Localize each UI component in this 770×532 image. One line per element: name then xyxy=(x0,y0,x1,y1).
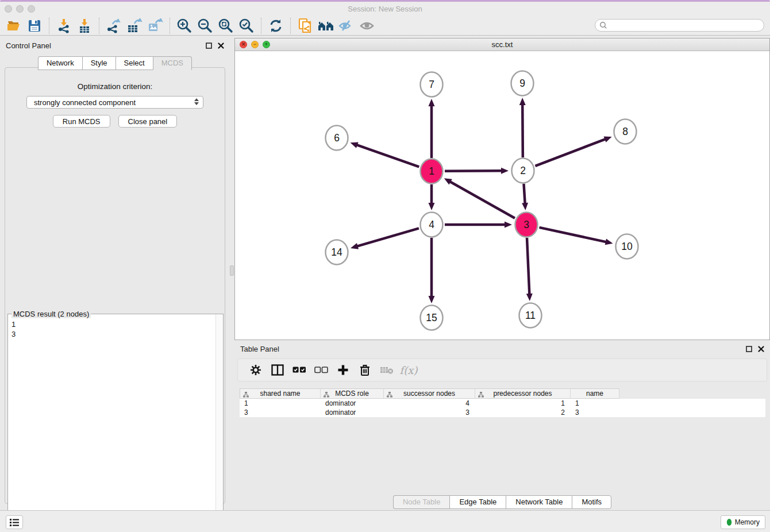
network-close-button[interactable]: ✕ xyxy=(240,41,247,48)
float-panel-button[interactable] xyxy=(206,43,212,49)
tab-style[interactable]: Style xyxy=(82,56,116,70)
mcds-result-list[interactable]: 1 3 xyxy=(8,316,215,529)
export-network-icon xyxy=(106,18,122,33)
node-table: shared nameMCDS rolesuccessor nodesprede… xyxy=(240,388,765,485)
table-cell[interactable]: 1 xyxy=(240,399,321,408)
network-canvas[interactable]: 1234678910111415 xyxy=(235,51,769,340)
export-image-icon xyxy=(147,18,163,33)
refresh-layout-button[interactable] xyxy=(265,17,286,35)
table-settings-button[interactable] xyxy=(245,361,267,379)
hide-selected-button[interactable] xyxy=(336,17,357,35)
table-row[interactable]: 3dominator323 xyxy=(240,408,765,417)
network-zoom-button[interactable]: + xyxy=(263,41,270,48)
zoom-selected-button[interactable] xyxy=(236,17,257,35)
edge-2-8[interactable] xyxy=(535,139,606,166)
node-label-2: 2 xyxy=(520,165,526,176)
table-cell[interactable]: 1 xyxy=(571,399,619,408)
node-label-9: 9 xyxy=(519,78,525,89)
edge-2-3[interactable] xyxy=(523,184,525,204)
table-cell[interactable]: dominator xyxy=(321,408,384,417)
table-cell[interactable]: 2 xyxy=(475,408,571,417)
copy-network-button[interactable] xyxy=(295,17,315,35)
create-column-button[interactable] xyxy=(332,361,354,379)
show-all-button[interactable] xyxy=(357,17,378,35)
close-panel-button[interactable] xyxy=(218,43,224,49)
edge-1-2[interactable] xyxy=(445,171,502,171)
network-minimize-button[interactable]: − xyxy=(251,41,259,48)
column-header-successor-nodes[interactable]: successor nodes xyxy=(384,388,475,399)
network-window-titlebar[interactable]: ✕ − + scc.txt xyxy=(235,38,769,51)
network-graph[interactable]: 1234678910111415 xyxy=(235,51,769,340)
tab-mcds[interactable]: MCDS xyxy=(153,56,192,70)
node-label-3: 3 xyxy=(523,219,529,230)
import-network-button[interactable] xyxy=(53,17,74,35)
export-table-icon xyxy=(126,18,143,33)
save-session-button[interactable] xyxy=(24,17,45,35)
node-label-14: 14 xyxy=(331,246,342,258)
table-cell[interactable]: 3 xyxy=(240,408,321,417)
export-image-button[interactable] xyxy=(145,17,165,35)
export-network-button[interactable] xyxy=(103,17,124,35)
float-table-panel-button[interactable] xyxy=(746,346,752,352)
column-header-MCDS-role[interactable]: MCDS role xyxy=(321,388,384,399)
column-header-label: MCDS role xyxy=(335,390,369,398)
tab-network-table[interactable]: Network Table xyxy=(506,495,572,509)
edge-3-1[interactable] xyxy=(449,182,515,218)
edge-arrow-icon xyxy=(604,136,612,142)
memory-button[interactable]: Memory xyxy=(721,515,765,529)
table-cell[interactable]: 3 xyxy=(571,408,619,417)
column-header-predecessor-nodes[interactable]: predecessor nodes xyxy=(475,388,571,399)
tab-network[interactable]: Network xyxy=(38,56,82,70)
show-column-button[interactable] xyxy=(267,361,288,379)
edge-3-11[interactable] xyxy=(527,238,529,295)
close-panel-button-2[interactable]: Close panel xyxy=(118,115,178,128)
node-label-6: 6 xyxy=(334,132,340,144)
column-header-name[interactable]: name xyxy=(571,388,619,399)
result-scrollbar[interactable] xyxy=(215,314,223,529)
tab-motifs[interactable]: Motifs xyxy=(572,495,611,509)
export-table-button[interactable] xyxy=(124,17,145,35)
optimization-criterion-label: Optimization criterion: xyxy=(5,82,225,91)
import-table-icon xyxy=(77,18,92,33)
tab-node-table[interactable]: Node Table xyxy=(393,495,450,509)
memory-label: Memory xyxy=(735,518,760,526)
delete-table-button-disabled xyxy=(376,361,398,379)
gear-icon xyxy=(250,364,261,376)
app-titlebar: Session: New Session xyxy=(0,2,770,16)
tab-select[interactable]: Select xyxy=(116,56,153,70)
unselect-all-columns-button[interactable] xyxy=(310,361,332,379)
vertical-splitter-handle[interactable] xyxy=(230,265,234,276)
close-table-panel-button[interactable] xyxy=(758,346,764,352)
table-cell[interactable]: 4 xyxy=(384,399,475,408)
search-icon xyxy=(599,21,607,29)
edge-1-6[interactable] xyxy=(356,145,419,167)
edge-arrow-icon xyxy=(526,294,533,301)
zoom-in-button[interactable] xyxy=(174,17,195,35)
task-history-button[interactable] xyxy=(6,515,23,529)
zoom-fit-button[interactable] xyxy=(215,17,236,35)
edge-2-9[interactable] xyxy=(522,104,523,157)
edge-4-14[interactable] xyxy=(357,228,419,246)
open-session-button[interactable] xyxy=(3,17,24,35)
table-row[interactable]: 1dominator411 xyxy=(240,399,765,408)
open-folder-icon xyxy=(6,19,21,33)
tab-edge-table[interactable]: Edge Table xyxy=(449,495,506,509)
search-input[interactable] xyxy=(595,19,764,32)
neighbors-button[interactable] xyxy=(315,17,336,35)
table-cell[interactable]: 1 xyxy=(475,399,571,408)
edge-arrow-icon xyxy=(605,239,613,245)
toolbar-separator xyxy=(49,18,49,34)
run-mcds-button[interactable]: Run MCDS xyxy=(53,115,110,128)
edge-arrow-icon xyxy=(351,243,359,249)
edge-3-10[interactable] xyxy=(539,228,606,242)
zoom-out-button[interactable] xyxy=(195,17,215,35)
column-header-shared-name[interactable]: shared name xyxy=(240,388,321,399)
tree-hierarchy-icon xyxy=(478,391,484,399)
table-cell[interactable]: dominator xyxy=(321,399,384,408)
import-table-button[interactable] xyxy=(74,17,95,35)
delete-column-button[interactable] xyxy=(354,361,376,379)
table-cell[interactable]: 3 xyxy=(384,408,475,417)
select-all-columns-button[interactable] xyxy=(288,361,310,379)
copy-network-icon xyxy=(298,18,313,34)
criterion-select[interactable]: strongly connected component xyxy=(26,96,203,109)
